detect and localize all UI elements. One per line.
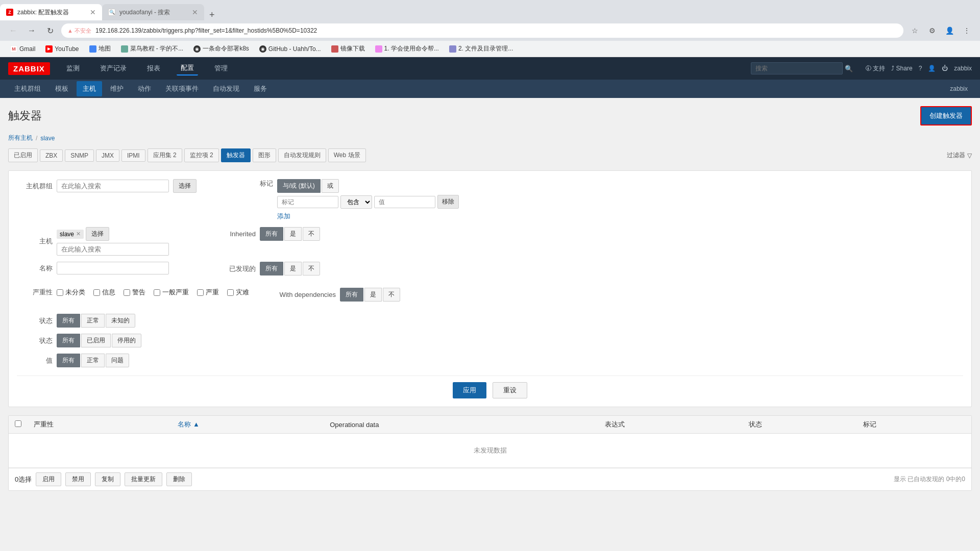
bookmark-youtube[interactable]: ▶ YouTube (41, 44, 83, 54)
batch-update-button[interactable]: 批量更新 (125, 472, 162, 486)
subnav-host-groups[interactable]: 主机群组 (8, 81, 47, 96)
value-normal[interactable]: 正常 (81, 354, 105, 367)
with-deps-yes[interactable]: 是 (364, 288, 382, 302)
discovered-all[interactable]: 所有 (260, 262, 283, 276)
active-tab[interactable]: Z zabbix: 配置触发器 ✕ (0, 4, 102, 20)
severity-info[interactable]: 信息 (93, 288, 115, 297)
host-select-button[interactable]: 选择 (86, 227, 109, 241)
enable-button[interactable]: 启用 (36, 472, 61, 486)
with-deps-no[interactable]: 不 (383, 288, 400, 302)
host-chip-remove[interactable]: ✕ (76, 231, 81, 237)
search-icon[interactable]: 🔍 (845, 65, 853, 72)
logout-icon[interactable]: ⏻ (942, 65, 948, 72)
tab-snmp[interactable]: SNMP (65, 149, 94, 162)
bookmark-cmd1[interactable]: 1. 学会使用命令帮... (371, 43, 443, 54)
forward-button[interactable]: → (24, 23, 39, 38)
tab-auto-discovery-rules[interactable]: 自动发现规则 (278, 148, 326, 162)
tag-contains-select[interactable]: 包含 等于 (340, 195, 372, 209)
subnav-services[interactable]: 服务 (248, 81, 273, 96)
breadcrumb-all-hosts[interactable]: 所有主机 (8, 134, 33, 142)
back-button[interactable]: ← (6, 23, 20, 38)
tab-app-set2[interactable]: 应用集 2 (148, 148, 182, 162)
tab-web-scenarios[interactable]: Web 场景 (328, 148, 366, 162)
tab-zbx[interactable]: ZBX (40, 149, 63, 162)
bookmark-niao[interactable]: 菜鸟教程 - 学的不... (117, 43, 188, 54)
bookmark-maps[interactable]: 地图 (85, 43, 115, 54)
nav-monitor[interactable]: 监测 (62, 62, 84, 75)
state-all[interactable]: 所有 (57, 314, 80, 328)
host-group-input[interactable] (57, 180, 169, 192)
tab-jmx[interactable]: JMX (96, 149, 119, 162)
name-input[interactable] (57, 262, 169, 274)
severity-general[interactable]: 一般严重 (154, 288, 189, 297)
tab-monitor2[interactable]: 监控项 2 (184, 148, 219, 162)
tag-name-input[interactable] (277, 196, 338, 208)
select-all-checkbox[interactable] (15, 420, 21, 427)
extension-icon[interactable]: ⚙ (925, 23, 939, 38)
bookmark-mirror[interactable]: 镜像下载 (327, 43, 369, 54)
address-bar[interactable]: ▲ 不安全 192.168.226.139/zabbix/triggers.ph… (61, 23, 903, 38)
subnav-hosts[interactable]: 主机 (77, 81, 102, 96)
value-all[interactable]: 所有 (57, 354, 80, 367)
severity-severe[interactable]: 严重 (197, 288, 219, 297)
bookmark-cmd2[interactable]: 2. 文件及目录管理... (445, 43, 517, 54)
breadcrumb-current-host[interactable]: slave (40, 135, 55, 142)
status-enabled[interactable]: 已启用 (81, 334, 111, 347)
support-link[interactable]: 🛈 支持 (865, 64, 885, 73)
host-group-select-button[interactable]: 选择 (173, 179, 197, 193)
inherited-no[interactable]: 不 (303, 227, 320, 241)
reload-button[interactable]: ↻ (43, 23, 57, 38)
nav-config[interactable]: 配置 (177, 61, 198, 76)
col-name-sort[interactable]: 名称 ▲ (178, 420, 199, 428)
tag-add-link[interactable]: 添加 (277, 212, 290, 220)
tab-enabled[interactable]: 已启用 (8, 148, 38, 162)
subnav-actions[interactable]: 动作 (132, 81, 157, 96)
nav-admin[interactable]: 管理 (210, 62, 232, 75)
discovered-no[interactable]: 不 (303, 262, 320, 276)
search-input[interactable] (751, 62, 843, 74)
severity-unclassified[interactable]: 未分类 (57, 288, 85, 297)
new-tab-button[interactable]: + (204, 10, 220, 20)
nav-assets[interactable]: 资产记录 (96, 62, 131, 75)
subnav-correlations[interactable]: 关联项事件 (159, 81, 205, 96)
tag-op-or[interactable]: 或 (322, 179, 339, 193)
state-unknown[interactable]: 未知的 (106, 314, 135, 328)
host-search-input[interactable] (57, 243, 169, 256)
severity-warning[interactable]: 警告 (124, 288, 145, 297)
tab-triggers[interactable]: 触发器 (221, 148, 251, 162)
subnav-maintenance[interactable]: 维护 (104, 81, 130, 96)
tag-value-input[interactable] (374, 196, 435, 208)
nav-reports[interactable]: 报表 (143, 62, 164, 75)
tab-ipmi[interactable]: IPMI (121, 149, 145, 162)
with-deps-all[interactable]: 所有 (340, 288, 363, 302)
delete-button[interactable]: 删除 (166, 472, 192, 486)
inherited-all[interactable]: 所有 (260, 227, 283, 241)
status-all[interactable]: 所有 (57, 334, 80, 347)
inactive-tab-close[interactable]: ✕ (192, 8, 198, 16)
tag-remove-button[interactable]: 移除 (437, 195, 459, 209)
subnav-templates[interactable]: 模板 (49, 81, 75, 96)
bookmark-github2[interactable]: ◉ GitHub - Uahh/To... (255, 44, 325, 54)
tab-graphs[interactable]: 图形 (253, 148, 276, 162)
filter-toggle-button[interactable]: 过滤器 ▽ (947, 151, 972, 160)
bookmark-github1[interactable]: ◉ 一条命令部署k8s (189, 43, 253, 54)
user-avatar[interactable]: 👤 (928, 65, 936, 72)
create-trigger-button[interactable]: 创建触发器 (920, 106, 972, 126)
disable-button[interactable]: 禁用 (65, 472, 91, 486)
severity-disaster[interactable]: 灾难 (227, 288, 249, 297)
menu-icon[interactable]: ⋮ (960, 23, 974, 38)
value-problem[interactable]: 问题 (106, 354, 129, 367)
bookmark-star-icon[interactable]: ☆ (908, 23, 922, 38)
reset-button[interactable]: 重设 (493, 382, 527, 398)
state-normal[interactable]: 正常 (81, 314, 105, 328)
apply-button[interactable]: 应用 (453, 382, 486, 398)
subnav-discovery[interactable]: 自动发现 (207, 81, 246, 96)
user-icon[interactable]: 👤 (942, 23, 957, 38)
active-tab-close[interactable]: ✕ (90, 8, 96, 16)
status-disabled[interactable]: 停用的 (112, 334, 141, 347)
share-link[interactable]: ⤴ Share (891, 65, 912, 72)
inactive-tab[interactable]: 🔍 youdaofanyi - 搜索 ✕ (102, 4, 204, 20)
bookmark-gmail[interactable]: M Gmail (6, 44, 39, 54)
inherited-yes[interactable]: 是 (284, 227, 302, 241)
copy-button[interactable]: 复制 (95, 472, 120, 486)
